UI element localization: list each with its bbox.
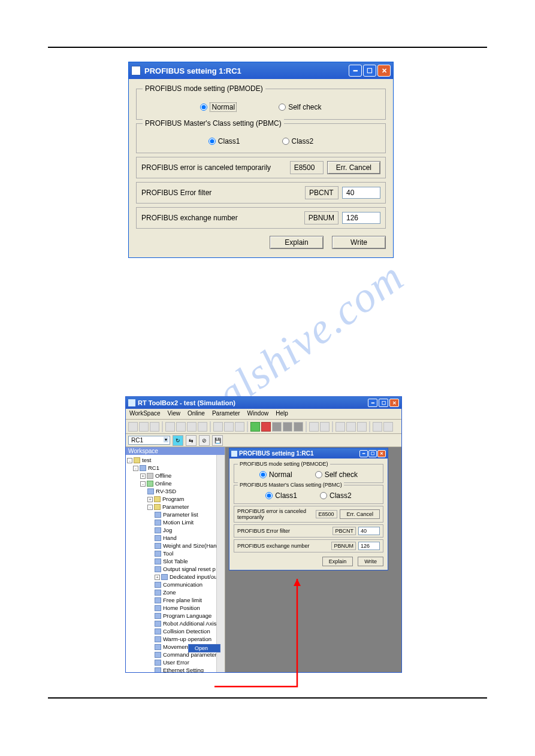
tree-item[interactable]: Ethernet Setting: [127, 666, 216, 672]
tool-icon[interactable]: [165, 422, 175, 432]
tool-icon[interactable]: [176, 422, 186, 432]
tree-item[interactable]: Jog: [127, 526, 216, 534]
menu-online[interactable]: Online: [188, 410, 205, 418]
context-open[interactable]: Open: [189, 645, 220, 652]
menu-view[interactable]: View: [168, 410, 181, 418]
mdi-area: PROFIBUS setteing 1:RC1 ━ ☐ ✕ PROFIBUS m…: [225, 447, 401, 672]
minimize-button[interactable]: ━: [359, 450, 368, 457]
tree-item[interactable]: User Error: [127, 658, 216, 666]
tool-icon[interactable]: [309, 422, 319, 432]
disconnect-icon[interactable]: ⊘: [199, 435, 210, 446]
tool-icon[interactable]: [283, 422, 292, 432]
radio-class1[interactable]: Class1: [208, 137, 240, 145]
tree-item[interactable]: Collision Detection: [127, 627, 216, 635]
tool-icon[interactable]: [320, 422, 330, 432]
tree-item[interactable]: Output signal reset p: [127, 565, 216, 573]
radio-class2[interactable]: Class2: [320, 491, 352, 500]
tree-item[interactable]: Zone: [127, 588, 216, 596]
minimize-button[interactable]: ━: [349, 65, 362, 77]
tool-icon[interactable]: [357, 422, 367, 432]
stop-icon[interactable]: [261, 422, 271, 432]
menu-help[interactable]: Help: [276, 410, 288, 418]
tool-icon[interactable]: [139, 422, 149, 432]
tool-icon[interactable]: [235, 422, 244, 432]
tree-item[interactable]: Warm-up operation: [127, 635, 216, 643]
connect-icon[interactable]: ⇆: [186, 435, 197, 446]
tool-icon[interactable]: [198, 422, 207, 432]
write-button[interactable]: Write: [332, 236, 386, 249]
titlebar[interactable]: PROFIBUS setteing 1:RC1 ━ ☐ ✕: [129, 62, 393, 79]
page-rule-top: [48, 47, 487, 48]
titlebar[interactable]: PROFIBUS setteing 1:RC1 ━ ☐ ✕: [229, 448, 388, 459]
exchange-input[interactable]: [358, 542, 380, 550]
tool-icon[interactable]: [224, 422, 234, 432]
menu-workspace[interactable]: WorkSpace: [129, 410, 161, 418]
save-icon[interactable]: 💾: [212, 435, 223, 446]
workspace-pane: Workspace -test-RC1+Offline-OnlineRV-3SD…: [126, 447, 225, 672]
tool-icon[interactable]: [213, 422, 223, 432]
maximize-button[interactable]: ☐: [363, 65, 376, 77]
tool-icon[interactable]: [128, 422, 138, 432]
tool-icon[interactable]: [294, 422, 303, 432]
app-titlebar[interactable]: RT ToolBox2 - test (Simulation) ━ ☐ ✕: [126, 397, 401, 409]
tree-item[interactable]: Motion Limit: [127, 518, 216, 526]
tree-item[interactable]: Robot Additional Axis: [127, 620, 216, 627]
tree-item[interactable]: Free plane limit: [127, 596, 216, 604]
maximize-button[interactable]: ☐: [368, 450, 377, 457]
minimize-button[interactable]: ━: [368, 399, 377, 407]
rc-combo[interactable]: RC1: [128, 436, 170, 445]
tree-item[interactable]: Slot Table: [127, 557, 216, 565]
close-button[interactable]: ✕: [377, 65, 391, 77]
tree-item[interactable]: Hand: [127, 534, 216, 542]
tree-item[interactable]: -Parameter: [127, 503, 216, 511]
refresh-icon[interactable]: ↻: [173, 435, 183, 446]
err-cancel-button[interactable]: Err. Cancel: [340, 509, 380, 519]
target-selector: RC1 ↻ ⇆ ⊘ 💾: [126, 434, 401, 447]
tree-item[interactable]: -test: [127, 456, 216, 464]
tree-item[interactable]: Communication: [127, 581, 216, 588]
tree-item[interactable]: +Dedicated input/outp: [127, 573, 216, 581]
run-icon[interactable]: [250, 422, 260, 432]
close-button[interactable]: ✕: [389, 399, 399, 407]
tree-item[interactable]: Program Language: [127, 612, 216, 620]
write-button[interactable]: Write: [358, 557, 383, 566]
tool-icon[interactable]: [272, 422, 282, 432]
errfilter-input[interactable]: [342, 187, 380, 199]
menu-parameter[interactable]: Parameter: [212, 410, 240, 418]
tree[interactable]: -test-RC1+Offline-OnlineRV-3SD+Program-P…: [126, 455, 216, 672]
help-icon[interactable]: [383, 422, 393, 432]
radio-class1[interactable]: Class1: [265, 491, 297, 500]
close-button[interactable]: ✕: [377, 450, 386, 457]
radio-selfcheck[interactable]: Self check: [315, 470, 358, 479]
tree-item[interactable]: +Program: [127, 495, 216, 503]
tree-item[interactable]: Weight and Size(Han: [127, 542, 216, 549]
maximize-button[interactable]: ☐: [379, 399, 388, 407]
err-cancel-button[interactable]: Err. Cancel: [327, 161, 380, 174]
tool-icon[interactable]: [187, 422, 197, 432]
tree-item[interactable]: Home Position: [127, 604, 216, 612]
print-icon[interactable]: [373, 422, 382, 432]
tree-item[interactable]: -Online: [127, 479, 216, 487]
errfilter-input[interactable]: [358, 527, 380, 535]
radio-normal[interactable]: Normal: [259, 470, 292, 479]
exchange-label: PROFIBUS exchange number: [237, 543, 329, 549]
explain-button[interactable]: Explain: [270, 236, 324, 249]
explain-button[interactable]: Explain: [322, 557, 353, 566]
tool-icon[interactable]: [346, 422, 356, 432]
scrollbar[interactable]: [216, 455, 225, 672]
tree-item[interactable]: Tool: [127, 549, 216, 557]
radio-selfcheck[interactable]: Self check: [279, 102, 321, 112]
tool-icon[interactable]: [150, 422, 159, 432]
tree-item[interactable]: +Offline: [127, 472, 216, 479]
app-icon: [131, 66, 141, 75]
tree-item[interactable]: Parameter list: [127, 511, 216, 518]
radio-class2[interactable]: Class2: [282, 137, 314, 145]
menu-window[interactable]: Window: [247, 410, 269, 418]
tree-item[interactable]: -RC1: [127, 464, 216, 472]
tree-item[interactable]: RV-3SD: [127, 487, 216, 495]
radio-normal[interactable]: Normal: [200, 102, 237, 112]
tool-icon[interactable]: [335, 422, 345, 432]
dialog-body: PROFIBUS mode setting (PBMODE) Normal Se…: [129, 79, 393, 257]
exchange-input[interactable]: [342, 212, 380, 224]
group-pbmode: PROFIBUS mode setting (PBMODE) Normal Se…: [234, 464, 383, 483]
